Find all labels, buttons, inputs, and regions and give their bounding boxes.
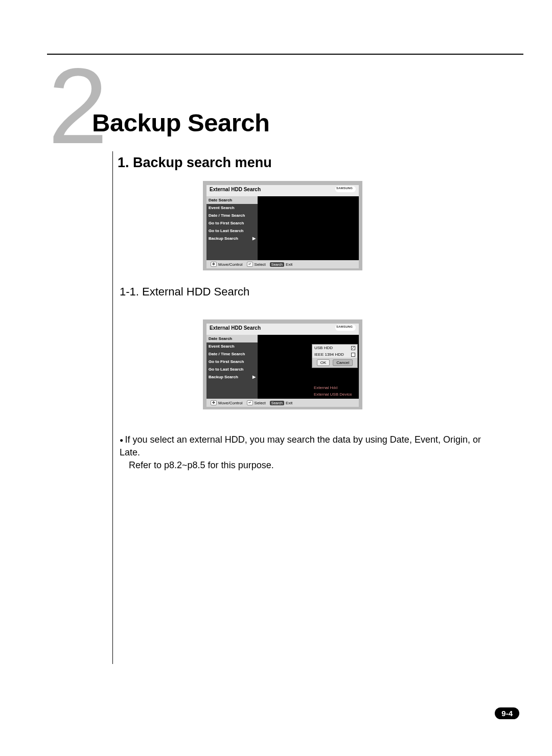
shot2-menu-date-search[interactable]: Date Search bbox=[206, 335, 258, 342]
enter-key-icon: ↵ bbox=[247, 262, 253, 267]
cancel-button[interactable]: Cancel bbox=[333, 359, 353, 366]
menu-item-label: Date Search bbox=[209, 198, 232, 202]
popup-row-label: USB HDD bbox=[314, 346, 333, 350]
popup-row-label: IEEE 1394 HDD bbox=[314, 352, 344, 357]
chapter-number: 2 bbox=[48, 53, 104, 160]
shot1-menu-go-last[interactable]: Go to Last Search bbox=[206, 227, 258, 235]
footer-exit-label: Exit bbox=[286, 401, 292, 405]
shot1-body: Date Search Event Search Date / Time Sea… bbox=[206, 196, 359, 260]
shot2-footer: ✥ Move/Control ↵ Select Search Exit bbox=[206, 399, 359, 407]
shot1-menu-backup-search[interactable]: Backup Search ▶ bbox=[206, 235, 258, 242]
shot1-menu: Date Search Event Search Date / Time Sea… bbox=[206, 196, 258, 260]
shot2-menu-event-search[interactable]: Event Search bbox=[206, 342, 258, 350]
menu-item-label: Event Search bbox=[209, 344, 235, 349]
body-paragraph: If you select an external HDD, you may s… bbox=[120, 433, 491, 472]
page-number-badge: 9-4 bbox=[495, 707, 519, 719]
enter-key-icon: ↵ bbox=[247, 400, 253, 405]
menu-item-label: Date / Time Search bbox=[209, 352, 245, 356]
popup-row-ieee1394[interactable]: IEEE 1394 HDD bbox=[312, 351, 357, 358]
shot2-titlebar: External HDD Search bbox=[206, 324, 359, 335]
chapter-title: Backup Search bbox=[92, 108, 270, 137]
subitem-external-usb[interactable]: External USB Device bbox=[312, 391, 354, 398]
search-key-icon: Search bbox=[270, 401, 284, 405]
shot1-title-text: External HDD Search bbox=[210, 187, 261, 192]
footer-select-hint: ↵ Select bbox=[247, 262, 266, 267]
shot1-menu-date-search[interactable]: Date Search bbox=[206, 196, 258, 204]
external-hdd-popup: USB HDD ✓ IEEE 1394 HDD OK Cancel bbox=[312, 344, 358, 368]
shot2-body: Date Search Event Search Date / Time Sea… bbox=[206, 335, 359, 399]
footer-select-label: Select bbox=[255, 401, 266, 405]
menu-item-label: Go to First Search bbox=[209, 221, 244, 225]
footer-move-hint: ✥ Move/Control bbox=[211, 400, 243, 405]
shot1-menu-event-search[interactable]: Event Search bbox=[206, 204, 258, 212]
shot2-menu-go-first[interactable]: Go to First Search bbox=[206, 358, 258, 365]
vertical-rule bbox=[112, 151, 113, 664]
checkbox-icon[interactable] bbox=[351, 353, 355, 357]
samsung-logo-icon bbox=[335, 325, 356, 331]
dpad-icon: ✥ bbox=[211, 262, 217, 267]
shot2-menu: Date Search Event Search Date / Time Sea… bbox=[206, 335, 258, 399]
popup-buttons: OK Cancel bbox=[312, 358, 357, 368]
menu-item-label: Backup Search bbox=[209, 375, 238, 379]
footer-exit-hint: Search Exit bbox=[270, 401, 293, 405]
footer-move-label: Move/Control bbox=[218, 262, 243, 267]
popup-row-usb-hdd[interactable]: USB HDD ✓ bbox=[312, 345, 357, 351]
chevron-right-icon: ▶ bbox=[252, 375, 256, 379]
ok-button[interactable]: OK bbox=[317, 359, 330, 366]
checkbox-icon[interactable]: ✓ bbox=[351, 346, 355, 350]
footer-select-label: Select bbox=[255, 262, 266, 267]
subsection-heading: 1-1. External HDD Search bbox=[120, 285, 249, 299]
backup-subitems: External Hdd External USB Device bbox=[312, 384, 354, 398]
footer-select-hint: ↵ Select bbox=[247, 400, 266, 405]
body-bullet: If you select an external HDD, you may s… bbox=[120, 433, 491, 459]
top-rule bbox=[47, 54, 523, 55]
footer-exit-hint: Search Exit bbox=[270, 262, 293, 267]
shot2-menu-backup-search[interactable]: Backup Search ▶ bbox=[206, 373, 258, 381]
menu-item-label: Event Search bbox=[209, 205, 235, 210]
menu-item-label: Date / Time Search bbox=[209, 213, 245, 218]
menu-item-label: Date Search bbox=[209, 336, 232, 341]
shot1-video-area bbox=[258, 196, 359, 260]
screenshot-1: External HDD Search Date Search Event Se… bbox=[203, 181, 362, 270]
footer-move-hint: ✥ Move/Control bbox=[211, 262, 243, 267]
dpad-icon: ✥ bbox=[211, 400, 217, 405]
chevron-right-icon: ▶ bbox=[252, 236, 256, 241]
shot2-video-area: USB HDD ✓ IEEE 1394 HDD OK Cancel Extern… bbox=[258, 335, 359, 399]
menu-item-label: Go to Last Search bbox=[209, 228, 243, 233]
shot2-menu-date-time-search[interactable]: Date / Time Search bbox=[206, 350, 258, 358]
subitem-external-hdd[interactable]: External Hdd bbox=[312, 384, 354, 391]
footer-move-label: Move/Control bbox=[218, 401, 243, 405]
screenshot-2: External HDD Search Date Search Event Se… bbox=[203, 319, 362, 409]
menu-item-label: Go to First Search bbox=[209, 359, 244, 364]
shot2-menu-go-last[interactable]: Go to Last Search bbox=[206, 365, 258, 373]
search-key-icon: Search bbox=[270, 262, 284, 267]
menu-item-label: Backup Search bbox=[209, 236, 238, 241]
shot1-menu-go-first[interactable]: Go to First Search bbox=[206, 219, 258, 227]
section-heading: 1. Backup search menu bbox=[118, 155, 272, 171]
shot2-title-text: External HDD Search bbox=[210, 325, 261, 331]
samsung-logo-icon bbox=[335, 186, 356, 192]
shot1-titlebar: External HDD Search bbox=[206, 185, 359, 196]
shot1-footer: ✥ Move/Control ↵ Select Search Exit bbox=[206, 260, 359, 268]
shot1-menu-date-time-search[interactable]: Date / Time Search bbox=[206, 212, 258, 219]
body-refer: Refer to p8.2~p8.5 for this purpose. bbox=[129, 459, 491, 472]
footer-exit-label: Exit bbox=[286, 262, 292, 267]
menu-item-label: Go to Last Search bbox=[209, 367, 243, 372]
